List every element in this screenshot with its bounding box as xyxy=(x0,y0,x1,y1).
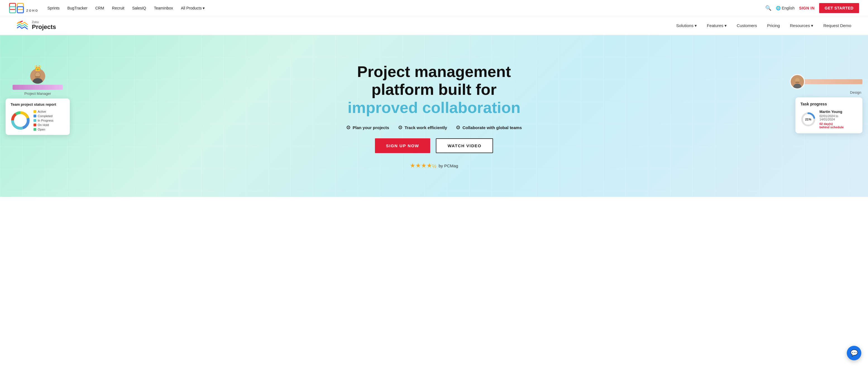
search-button[interactable]: 🔍 xyxy=(765,5,771,11)
task-progress-card: Task progress 21% Martin Young 02/01/202… xyxy=(796,97,862,133)
task-progress-body: 21% Martin Young 02/01/2024 to14/01/2024… xyxy=(800,110,858,129)
legend-inprogress: In Progress xyxy=(33,119,53,122)
legend-completed: Completed xyxy=(33,114,53,118)
hero-content: Project management platform built for im… xyxy=(341,52,527,180)
task-info: Martin Young 02/01/2024 to14/01/2024 02 … xyxy=(819,110,858,129)
nav-sprints[interactable]: Sprints xyxy=(48,6,60,10)
nav-bugtracker[interactable]: BugTracker xyxy=(67,6,87,10)
check-icon-plan: ⊙ xyxy=(346,124,350,131)
signup-now-button[interactable]: SIGN UP NOW xyxy=(375,138,431,153)
legend-active: Active xyxy=(33,110,53,113)
globe-icon: 🌐 xyxy=(776,6,781,10)
check-icon-collaborate: ⊙ xyxy=(456,124,460,131)
legend-dot-completed xyxy=(33,114,36,118)
svg-rect-20 xyxy=(796,82,799,83)
progress-percent: 21% xyxy=(805,118,811,121)
star-rating: ★★★★½ xyxy=(410,162,436,169)
legend-dot-active xyxy=(33,110,36,113)
get-started-button[interactable]: GET STARTED xyxy=(819,3,859,13)
nav-features[interactable]: Features ▾ xyxy=(707,23,727,28)
hero-check-plan: ⊙ Plan your projects xyxy=(346,124,389,131)
progress-circle: 21% xyxy=(800,111,816,127)
task-warning: 02 day(s)behind schedule xyxy=(819,122,858,129)
all-products-button[interactable]: All Products ▾ xyxy=(181,6,205,10)
nav-resources[interactable]: Resources ▾ xyxy=(790,23,813,28)
language-button[interactable]: 🌐 English xyxy=(776,6,795,10)
nav-recruit[interactable]: Recruit xyxy=(112,6,124,10)
watch-video-button[interactable]: WATCH VIDEO xyxy=(436,138,493,153)
nav-customers[interactable]: Customers xyxy=(737,23,757,28)
top-nav-left: ZOHO ZOHO Sprints BugTracker CRM Recruit… xyxy=(9,3,205,13)
nav-request-demo[interactable]: Request Demo xyxy=(823,23,851,28)
hero-buttons: SIGN UP NOW WATCH VIDEO xyxy=(346,138,522,153)
hero-section: 👑 Project Manager Team project status re… xyxy=(0,35,868,197)
hero-title: Project management platform built for im… xyxy=(346,63,522,116)
status-report-title: Team project status report xyxy=(10,102,65,106)
top-navbar: ZOHO ZOHO Sprints BugTracker CRM Recruit… xyxy=(0,0,868,16)
design-card-area: Design Task progress 21% Martin Young xyxy=(784,74,868,133)
chevron-down-icon: ▾ xyxy=(811,23,813,28)
legend-open: Open xyxy=(33,128,53,131)
svg-rect-11 xyxy=(35,76,40,77)
design-bar xyxy=(803,79,862,84)
hero-check-track: ⊙ Track work efficiently xyxy=(398,124,447,131)
search-icon: 🔍 xyxy=(765,5,771,11)
product-nav-links: Solutions ▾ Features ▾ Customers Pricing… xyxy=(676,23,851,28)
chevron-down-icon: ▾ xyxy=(724,23,727,28)
legend-dot-onhold xyxy=(33,124,36,126)
zoho-logo[interactable]: ZOHO ZOHO xyxy=(9,3,38,13)
product-logo[interactable]: Zoho Projects xyxy=(17,20,56,30)
hero-checks: ⊙ Plan your projects ⊙ Track work effici… xyxy=(346,124,522,131)
design-card: Design Task progress 21% Martin Young xyxy=(784,74,868,133)
chevron-down-icon: ▾ xyxy=(694,23,697,28)
nav-teaminbox[interactable]: TeamInbox xyxy=(154,6,173,10)
legend-dot-inprogress xyxy=(33,119,36,122)
nav-solutions[interactable]: Solutions ▾ xyxy=(676,23,697,28)
status-report-card: Team project status report xyxy=(6,98,70,135)
task-progress-title: Task progress xyxy=(800,102,858,106)
chart-legend: Active Completed In Progress On Hol xyxy=(33,110,53,131)
top-nav-right: 🔍 🌐 English SIGN IN GET STARTED xyxy=(765,3,859,13)
pm-label: Project Manager xyxy=(24,92,51,96)
rating-source: by PCMag xyxy=(439,163,458,168)
product-logo-name: Projects xyxy=(32,24,56,30)
pm-bar xyxy=(12,85,63,90)
status-report-body: Active Completed In Progress On Hol xyxy=(10,110,65,131)
nav-salesiq[interactable]: SalesIQ xyxy=(132,6,146,10)
task-person-name: Martin Young xyxy=(819,110,858,114)
chevron-down-icon: ▾ xyxy=(203,6,205,10)
pm-card: 👑 Project Manager Team project status re… xyxy=(0,69,75,135)
top-nav-links: Sprints BugTracker CRM Recruit SalesIQ T… xyxy=(48,6,205,10)
hero-check-collaborate: ⊙ Collaborate with global teams xyxy=(456,124,522,131)
task-dates: 02/01/2024 to14/01/2024 xyxy=(819,114,858,121)
project-manager-card-area: 👑 Project Manager Team project status re… xyxy=(0,69,75,135)
legend-onhold: On Hold xyxy=(33,123,53,127)
design-avatar xyxy=(790,74,805,89)
pm-avatar-wrap: 👑 xyxy=(30,69,45,84)
sign-in-button[interactable]: SIGN IN xyxy=(799,6,815,10)
product-navbar: Zoho Projects Solutions ▾ Features ▾ Cus… xyxy=(0,16,868,35)
donut-chart xyxy=(10,111,30,130)
check-icon-track: ⊙ xyxy=(398,124,402,131)
nav-pricing[interactable]: Pricing xyxy=(767,23,780,28)
legend-dot-open xyxy=(33,128,36,131)
crown-icon: 👑 xyxy=(34,65,41,71)
hero-rating: ★★★★½ by PCMag xyxy=(346,162,522,169)
nav-crm[interactable]: CRM xyxy=(95,6,104,10)
design-label: Design xyxy=(790,90,862,95)
design-avatar-wrap xyxy=(790,74,862,89)
